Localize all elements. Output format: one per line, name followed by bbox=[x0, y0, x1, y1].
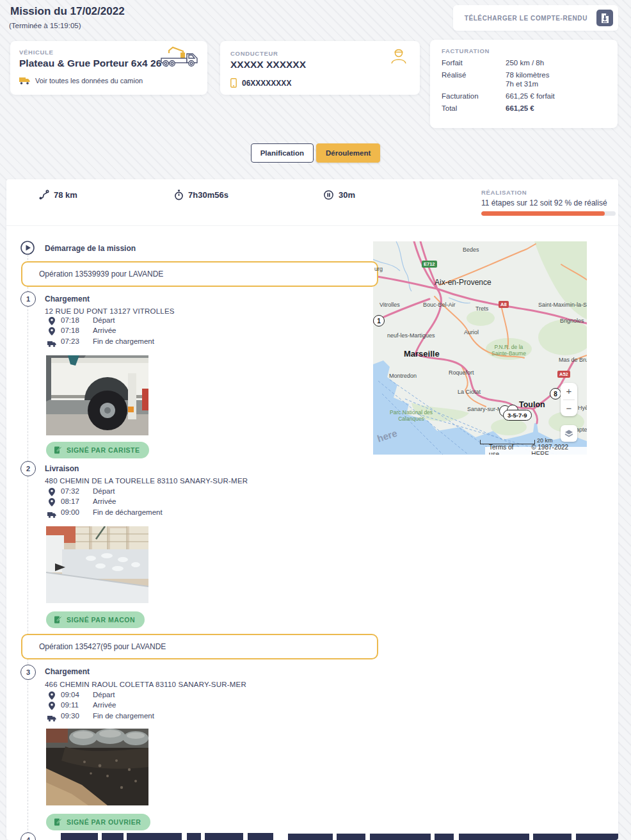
road-shield-a8: A8 bbox=[499, 301, 509, 308]
zoom-out-button[interactable]: − bbox=[561, 400, 577, 417]
operation-box-2[interactable]: Opération 135427(95 pour LAVANDE bbox=[21, 634, 378, 659]
page-title: Mission du 17/02/2022 bbox=[10, 5, 125, 18]
download-icon bbox=[596, 10, 613, 26]
tab-deroulement[interactable]: Déroulement bbox=[316, 143, 380, 163]
billing-row-realise: Réalisé 78 kilomètres 7h et 31m bbox=[442, 71, 606, 88]
pin-icon bbox=[49, 497, 55, 509]
download-report-label: TÉLÉCHARGER LE COMPTE-RENDU bbox=[465, 15, 587, 22]
step-4-number-partial: 4 bbox=[20, 832, 36, 840]
truck-event-icon bbox=[47, 338, 56, 350]
operation-box-1[interactable]: Opération 13539939 pour LAVANDE bbox=[21, 261, 378, 287]
small-truck-icon bbox=[19, 77, 30, 85]
step-3-type: Chargement bbox=[45, 667, 90, 676]
timeline-connector bbox=[28, 255, 28, 840]
signature-icon bbox=[53, 818, 62, 827]
map-zoom-control: + − bbox=[561, 383, 577, 416]
event-time: 09:30 bbox=[61, 712, 79, 720]
event-label: Fin de chargement bbox=[93, 712, 154, 720]
map-label-marseille: Marseille bbox=[404, 349, 440, 359]
billing-row-total: Total 661,25 € bbox=[442, 104, 606, 112]
event-time: 09:00 bbox=[61, 508, 79, 516]
driver-card: CONDUCTEUR XXXXX XXXXXX 06XXXXXXXX bbox=[220, 41, 420, 95]
event-time: 09:04 bbox=[61, 691, 79, 699]
truck-event-icon bbox=[47, 713, 56, 724]
billing-label: Total bbox=[442, 104, 506, 112]
download-report-button[interactable]: TÉLÉCHARGER LE COMPTE-RENDU bbox=[453, 5, 618, 31]
step-1-number: 1 bbox=[20, 291, 36, 307]
billing-total-value: 661,25 € bbox=[506, 104, 534, 112]
vehicle-data-link[interactable]: Voir toutes les données du camion bbox=[19, 77, 143, 85]
step-3-photo[interactable] bbox=[46, 729, 148, 805]
map-label-roquefort: Roquefort bbox=[449, 369, 474, 376]
stopwatch-icon bbox=[174, 190, 184, 200]
map-label-hyeres: Hyères bbox=[578, 405, 587, 411]
map-label-la-ciotat: La Ciotat bbox=[458, 389, 481, 395]
step-3-number: 3 bbox=[20, 665, 36, 680]
map-marker-1[interactable]: 1 bbox=[373, 315, 385, 327]
map-scale-label: 20 km bbox=[537, 437, 553, 444]
map-label-martigues: neuf-les-Martigues bbox=[387, 332, 435, 339]
step-3-address: 466 CHEMIN RAOUL COLETTA 83110 SANARY-SU… bbox=[45, 681, 246, 688]
crane-truck-icon bbox=[160, 45, 201, 70]
map-label-bedes: Bedes bbox=[463, 246, 479, 253]
driver-icon bbox=[389, 46, 408, 68]
stat-duration-value: 7h30m56s bbox=[188, 190, 228, 200]
truck-event-icon bbox=[47, 509, 56, 521]
pin-icon bbox=[49, 701, 55, 713]
map-layers-button[interactable] bbox=[561, 425, 577, 442]
billing-card: FACTURATION Forfait 250 km / 8h Réalisé … bbox=[430, 40, 618, 128]
step-1-signature-badge: SIGNÉ PAR CARISTE bbox=[46, 442, 149, 458]
map-canvas bbox=[373, 241, 587, 455]
map-marker-cluster-pill[interactable]: 3-5-7-9 bbox=[503, 410, 532, 421]
step-2-photo[interactable] bbox=[46, 526, 148, 603]
operation-1-label: Opération 13539939 pour LAVANDE bbox=[39, 270, 163, 279]
event-label: Départ bbox=[93, 316, 115, 324]
signature-icon bbox=[53, 446, 62, 455]
event-label: Arrivée bbox=[93, 701, 116, 709]
event-label: Départ bbox=[93, 691, 115, 699]
road-shield-e712: E712 bbox=[422, 261, 437, 268]
billing-value: 78 kilomètres 7h et 31m bbox=[506, 71, 549, 88]
billing-label: Réalisé bbox=[442, 71, 506, 88]
stat-distance: 78 km bbox=[38, 190, 77, 200]
stat-distance-value: 78 km bbox=[54, 190, 77, 200]
pin-icon bbox=[49, 327, 55, 338]
map-marker-label: 1 bbox=[377, 318, 381, 325]
mission-status: (Terminée à 15:19:05) bbox=[9, 22, 81, 29]
billing-value-line: 78 kilomètres bbox=[506, 71, 549, 79]
event-time: 09:11 bbox=[61, 701, 79, 709]
road-shield-a52: A52 bbox=[557, 371, 570, 378]
step-number-text: 4 bbox=[26, 836, 30, 840]
realisation-progress-fill bbox=[481, 211, 605, 216]
event-time: 07:23 bbox=[61, 337, 79, 345]
billing-card-label: FACTURATION bbox=[442, 47, 606, 54]
driver-name: XXXXX XXXXXX bbox=[230, 59, 306, 70]
zoom-in-button[interactable]: + bbox=[561, 383, 577, 400]
event-time: 08:17 bbox=[61, 497, 79, 505]
step-1-type: Chargement bbox=[45, 295, 90, 303]
signature-label: SIGNÉ PAR OUVRIER bbox=[67, 818, 141, 826]
billing-row-facturation: Facturation 661,25 € forfait bbox=[442, 92, 606, 100]
stats-divider bbox=[6, 225, 618, 226]
map-label-fragment-apte: apte bbox=[576, 426, 587, 433]
step-1-photo[interactable] bbox=[46, 355, 148, 435]
driver-phone: 06XXXXXXXX bbox=[242, 79, 291, 88]
map-marker-8[interactable]: 8 bbox=[550, 388, 561, 400]
map[interactable]: Bedes Aix-en-Provence Vitrolles Bouc-Bel… bbox=[373, 241, 587, 455]
event-label: Départ bbox=[93, 487, 115, 495]
event-time: 07:32 bbox=[61, 487, 79, 495]
step-2-address: 480 CHEMIN DE LA TOURELLE 83110 SANARY-S… bbox=[45, 477, 248, 485]
map-label-trets: Trets bbox=[475, 305, 488, 312]
driver-phone-row: 06XXXXXXXX bbox=[230, 78, 291, 88]
realisation-block: RÉALISATION 11 étapes sur 12 soit 92 % d… bbox=[481, 189, 617, 216]
realisation-progress-track bbox=[481, 211, 616, 216]
cutoff-text-left bbox=[61, 833, 273, 840]
stat-duration: 7h30m56s bbox=[174, 190, 228, 200]
tab-planification[interactable]: Planification bbox=[251, 143, 314, 163]
step-1-address: 12 RUE DU PONT 13127 VITROLLES bbox=[45, 307, 175, 315]
terms-of-use-link[interactable]: Terms of use bbox=[489, 444, 525, 455]
phone-icon bbox=[230, 78, 237, 88]
vehicle-card-label: VÉHICULE bbox=[19, 49, 54, 56]
step-3-signature-badge: SIGNÉ PAR OUVRIER bbox=[46, 814, 150, 830]
realisation-text: 11 étapes sur 12 soit 92 % de réalisé bbox=[481, 198, 617, 207]
